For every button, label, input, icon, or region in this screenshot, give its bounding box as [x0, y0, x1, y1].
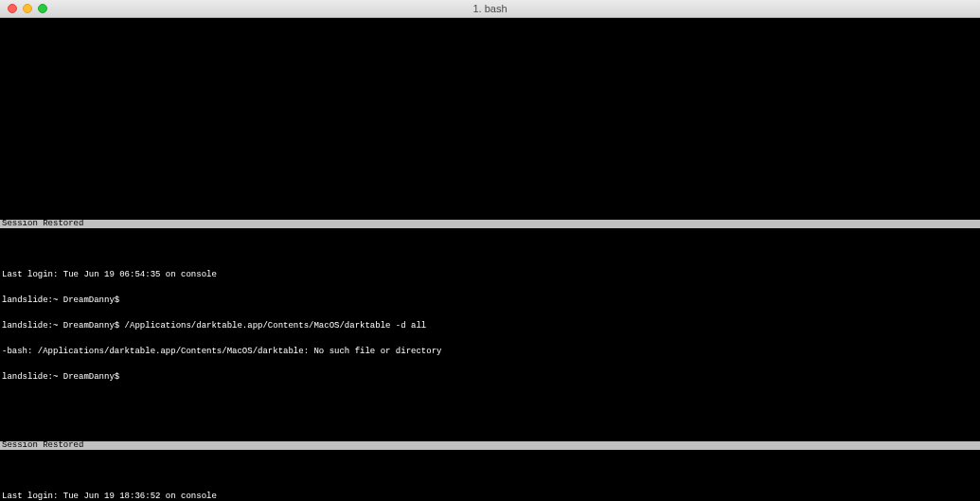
terminal-blank-top — [0, 35, 980, 186]
minimize-icon[interactable] — [23, 4, 32, 13]
prompt-line: landslide:~ DreamDanny$ — [0, 373, 980, 382]
blank-line — [0, 245, 980, 254]
error-line: -bash: /Applications/darktable.app/Conte… — [0, 348, 980, 356]
blank-line — [0, 467, 980, 475]
last-login-line: Last login: Tue Jun 19 18:36:52 on conso… — [0, 492, 980, 501]
window-title: 1. bash — [0, 4, 980, 14]
session-restored-bar: Session Restored — [0, 441, 980, 450]
close-icon[interactable] — [8, 4, 17, 13]
terminal-viewport[interactable]: Session Restored Last login: Tue Jun 19 … — [0, 18, 980, 501]
prompt-line: landslide:~ DreamDanny$ — [0, 296, 980, 305]
traffic-lights — [0, 4, 47, 13]
window-titlebar: 1. bash — [0, 0, 980, 18]
zoom-icon[interactable] — [38, 4, 47, 13]
session-restored-bar: Session Restored — [0, 220, 980, 228]
last-login-line: Last login: Tue Jun 19 06:54:35 on conso… — [0, 271, 980, 279]
command-line: landslide:~ DreamDanny$ /Applications/da… — [0, 322, 980, 331]
blank-line — [0, 399, 980, 407]
